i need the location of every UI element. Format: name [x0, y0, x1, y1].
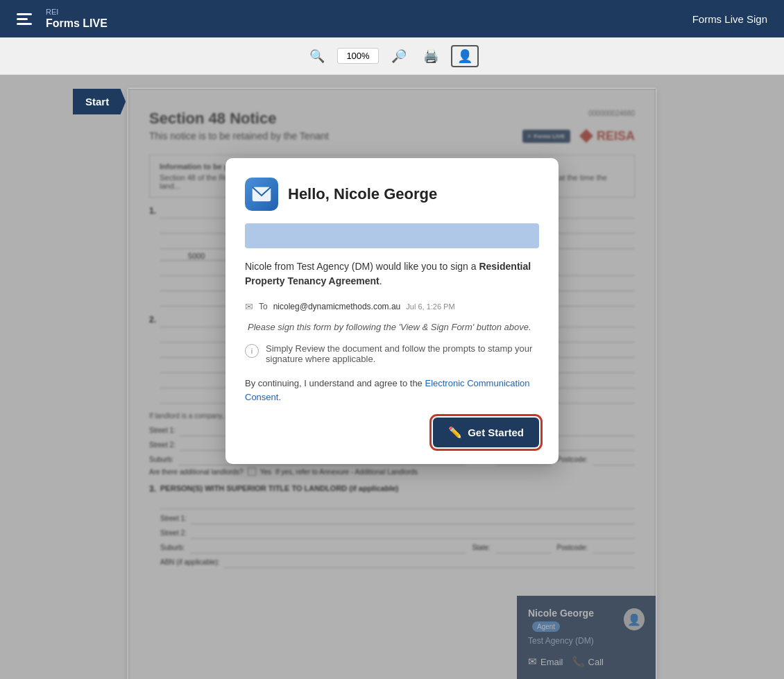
modal-email-address: nicoleg@dynamicmethods.com.au	[273, 302, 401, 311]
get-started-label: Get Started	[468, 427, 524, 438]
modal-info-row: i Simply Review the document and follow …	[245, 343, 539, 364]
print-icon: 🖨️	[423, 49, 438, 64]
modal-email-time: Jul 6, 1:26 PM	[406, 302, 454, 311]
modal-banner	[245, 223, 539, 248]
modal-consent-prefix: By continuing, I understand and agree to…	[245, 378, 425, 388]
document-wrapper: Start Section 48 Notice This notice is t…	[128, 89, 656, 679]
brand-rei: REI	[46, 8, 108, 17]
get-started-button[interactable]: ✏️ Get Started	[433, 418, 539, 447]
header-nav[interactable]: Forms Live Sign	[692, 13, 767, 25]
brand-text: REI Forms LIVE	[46, 8, 108, 30]
brand-forms-live: Forms LIVE	[46, 17, 108, 30]
modal-body-text: Nicole from Test Agency (DM) would like …	[245, 259, 539, 289]
profile-button[interactable]: 👤	[451, 45, 479, 67]
zoom-out-icon: 🔍	[309, 49, 325, 64]
modal-consent-suffix: .	[278, 392, 281, 402]
hamburger-icon	[17, 10, 39, 27]
modal-to-label: To	[259, 302, 268, 311]
print-button[interactable]: 🖨️	[419, 46, 443, 67]
modal-footer: ✏️ Get Started	[245, 418, 539, 447]
modal-greeting: Hello, Nicole George	[288, 185, 437, 203]
main-content: Start Section 48 Notice This notice is t…	[0, 75, 784, 679]
modal-consent: By continuing, I understand and agree to…	[245, 377, 539, 404]
brand-logo: REI Forms LIVE	[17, 8, 108, 30]
pen-icon: ✏️	[448, 426, 462, 439]
toolbar: 🔍 100% 🔎 🖨️ 👤	[0, 37, 784, 75]
profile-icon: 👤	[457, 49, 472, 63]
modal-dialog: Hello, Nicole George Nicole from Test Ag…	[225, 158, 559, 464]
envelope-icon	[252, 187, 271, 202]
zoom-in-icon: 🔎	[391, 49, 407, 64]
info-icon: i	[245, 344, 259, 358]
start-button[interactable]: Start	[73, 89, 126, 114]
zoom-in-button[interactable]: 🔎	[387, 46, 411, 67]
modal-body-suffix: .	[380, 275, 382, 286]
modal-body-prefix: Nicole from Test Agency (DM) would like …	[245, 261, 479, 272]
modal-info-text: Simply Review the document and follow th…	[266, 343, 539, 364]
app-header: REI Forms LIVE Forms Live Sign	[0, 0, 784, 37]
zoom-out-button[interactable]: 🔍	[305, 46, 329, 67]
nav-forms-live-sign[interactable]: Forms Live Sign	[692, 13, 767, 25]
modal-header: Hello, Nicole George	[245, 178, 539, 211]
zoom-value-display: 100%	[337, 48, 379, 64]
modal-envelope-icon-wrap	[245, 178, 278, 211]
modal-email-icon: ✉	[245, 301, 253, 312]
modal-overlay: Hello, Nicole George Nicole from Test Ag…	[128, 89, 656, 679]
modal-instruction: Please sign this form by following the '…	[245, 322, 539, 332]
modal-email-row: ✉ To nicoleg@dynamicmethods.com.au Jul 6…	[245, 301, 539, 312]
